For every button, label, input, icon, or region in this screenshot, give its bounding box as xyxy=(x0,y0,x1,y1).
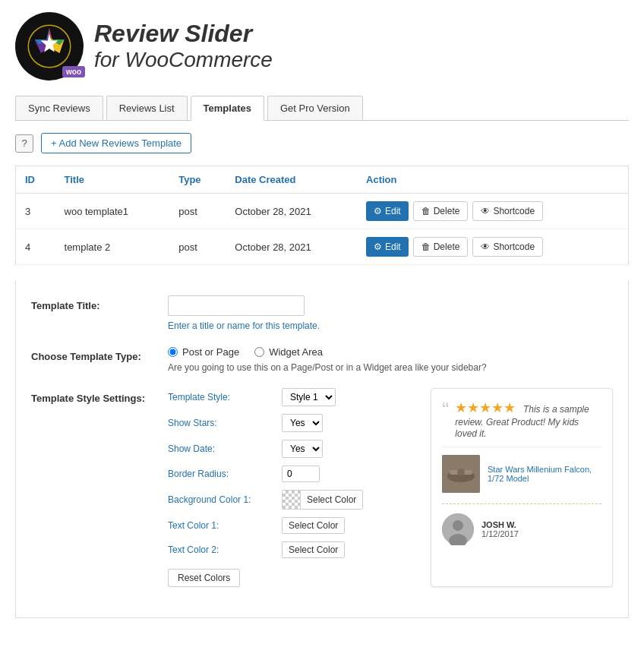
text-color2-label: Text Color 2: xyxy=(168,544,274,555)
edit-button-row1[interactable]: ⚙ Edit xyxy=(366,201,409,221)
eye-icon: 👁 xyxy=(481,206,490,216)
star-logo-svg xyxy=(27,24,72,69)
style-form: Template Style: Style 1 Style 2 Style 3 … xyxy=(168,388,415,587)
preview-reviewer: JOSH W. 1/12/2017 xyxy=(442,503,601,545)
toolbar: ? + Add New Reviews Template xyxy=(15,133,629,153)
style-settings-row: Template Style Settings: Template Style:… xyxy=(31,388,613,587)
delete-button-row1[interactable]: 🗑 Delete xyxy=(413,201,469,221)
preview-stars: ★★★★★ xyxy=(455,399,516,416)
svg-point-12 xyxy=(457,469,465,476)
cell-actions: ⚙ Edit 🗑 Delete 👁 Shortcode xyxy=(357,229,628,265)
templates-table: ID Title Type Date Created Action 3 woo … xyxy=(15,166,629,265)
text-color1-label: Text Color 1: xyxy=(168,520,274,531)
radio-widget-label[interactable]: Widget Area xyxy=(254,346,323,358)
preview-reviewer-date: 1/12/2017 xyxy=(481,529,519,538)
cell-title: template 2 xyxy=(55,229,170,265)
preview-product: Star Wars Millenium Falcon, 1/72 Model xyxy=(442,447,601,493)
edit-button-row2[interactable]: ⚙ Edit xyxy=(366,237,409,257)
show-date-label: Show Date: xyxy=(168,443,274,454)
bg-color-label: Background Color 1: xyxy=(168,494,274,505)
template-type-row: Choose Template Type: Post or Page Widge… xyxy=(31,346,613,373)
style-row-bg-color: Background Color 1: Select Color xyxy=(168,490,415,510)
col-id: ID xyxy=(16,166,55,194)
preview-quote-char: “ xyxy=(442,399,449,421)
style-row-template-style: Template Style: Style 1 Style 2 Style 3 xyxy=(168,388,415,406)
header-title: Review Slider for WooCommerce xyxy=(94,21,273,73)
cell-id: 3 xyxy=(16,194,55,229)
preview-reviewer-info: JOSH W. 1/12/2017 xyxy=(481,520,519,538)
preview-avatar xyxy=(442,513,474,545)
show-stars-select[interactable]: Yes No xyxy=(282,414,323,432)
eye-icon: 👁 xyxy=(481,241,490,252)
app-header: woo Review Slider for WooCommerce xyxy=(15,12,629,80)
template-title-row: Template Title: Enter a title or name fo… xyxy=(31,295,613,331)
style-row-border-radius: Border Radius: xyxy=(168,466,415,482)
cell-date: October 28, 2021 xyxy=(226,194,357,229)
bg-color-swatch xyxy=(283,491,301,509)
radio-widget[interactable] xyxy=(254,347,264,357)
add-template-button[interactable]: + Add New Reviews Template xyxy=(41,133,191,153)
cell-id: 4 xyxy=(16,229,55,265)
logo-container: woo xyxy=(15,12,84,80)
show-stars-label: Show Stars: xyxy=(168,418,274,428)
style-row-show-stars: Show Stars: Yes No xyxy=(168,414,415,432)
template-style-select[interactable]: Style 1 Style 2 Style 3 xyxy=(282,388,336,406)
template-title-hint: Enter a title or name for this template. xyxy=(168,320,613,331)
style-settings-label: Template Style Settings: xyxy=(31,388,168,404)
border-radius-label: Border Radius: xyxy=(168,469,274,479)
trash-icon: 🗑 xyxy=(421,206,431,216)
template-type-label: Choose Template Type: xyxy=(31,346,168,362)
tab-reviews-list[interactable]: Reviews List xyxy=(106,96,188,120)
gear-icon: ⚙ xyxy=(374,206,382,216)
template-style-label: Template Style: xyxy=(168,392,274,402)
app-title-line1: Review Slider xyxy=(94,21,273,47)
col-action: Action xyxy=(357,166,628,194)
radio-post-text: Post or Page xyxy=(182,346,239,358)
tab-templates[interactable]: Templates xyxy=(191,96,264,121)
radio-post-label[interactable]: Post or Page xyxy=(168,346,239,358)
text-color2-picker[interactable]: Select Color xyxy=(282,541,345,558)
reset-colors-button[interactable]: Reset Colors xyxy=(168,569,240,587)
table-row: 3 woo template1 post October 28, 2021 ⚙ … xyxy=(16,194,629,229)
style-row-text-color2: Text Color 2: Select Color xyxy=(168,541,415,558)
radio-widget-text: Widget Area xyxy=(269,346,323,358)
trash-icon: 🗑 xyxy=(421,241,431,252)
col-date: Date Created xyxy=(226,166,357,194)
shortcode-button-row2[interactable]: 👁 Shortcode xyxy=(472,237,543,257)
col-title: Title xyxy=(55,166,170,194)
cell-type: post xyxy=(169,194,226,229)
bg-color-btn-text: Select Color xyxy=(301,492,362,507)
preview-card: “ ★★★★★ This is a sample review. Great P… xyxy=(431,388,613,587)
radio-post[interactable] xyxy=(168,347,178,357)
form-section: Template Title: Enter a title or name fo… xyxy=(15,280,629,618)
shortcode-button-row1[interactable]: 👁 Shortcode xyxy=(472,201,543,221)
template-title-input[interactable] xyxy=(168,295,305,316)
woo-badge: woo xyxy=(62,66,85,77)
tab-sync-reviews[interactable]: Sync Reviews xyxy=(15,96,103,120)
bg-color-picker[interactable]: Select Color xyxy=(282,490,363,510)
template-type-control: Post or Page Widget Area Are you going t… xyxy=(168,346,613,373)
style-row-show-date: Show Date: Yes No xyxy=(168,440,415,458)
col-type: Type xyxy=(169,166,226,194)
cell-type: post xyxy=(169,229,226,265)
template-type-hint: Are you going to use this on a Page/Post… xyxy=(168,362,613,373)
gear-icon: ⚙ xyxy=(374,241,382,252)
template-title-control: Enter a title or name for this template. xyxy=(168,295,613,331)
preview-product-image xyxy=(442,455,480,493)
cell-title: woo template1 xyxy=(55,194,170,229)
cell-actions: ⚙ Edit 🗑 Delete 👁 Shortcode xyxy=(357,194,628,229)
delete-button-row2[interactable]: 🗑 Delete xyxy=(413,237,469,257)
preview-product-name: Star Wars Millenium Falcon, 1/72 Model xyxy=(488,465,601,483)
show-date-select[interactable]: Yes No xyxy=(282,440,323,458)
text-color1-picker[interactable]: Select Color xyxy=(282,517,345,534)
template-type-radio-group: Post or Page Widget Area xyxy=(168,346,613,358)
preview-reviewer-name: JOSH W. xyxy=(481,520,519,529)
tabs-bar: Sync Reviews Reviews List Templates Get … xyxy=(15,96,629,121)
tab-get-pro[interactable]: Get Pro Version xyxy=(267,96,363,120)
table-row: 4 template 2 post October 28, 2021 ⚙ Edi… xyxy=(16,229,629,265)
help-button[interactable]: ? xyxy=(15,134,33,153)
border-radius-input[interactable] xyxy=(282,466,320,482)
app-title-line2: for WooCommerce xyxy=(94,47,273,73)
style-row-text-color1: Text Color 1: Select Color xyxy=(168,517,415,534)
style-settings-inner: Template Style: Style 1 Style 2 Style 3 … xyxy=(168,388,613,587)
